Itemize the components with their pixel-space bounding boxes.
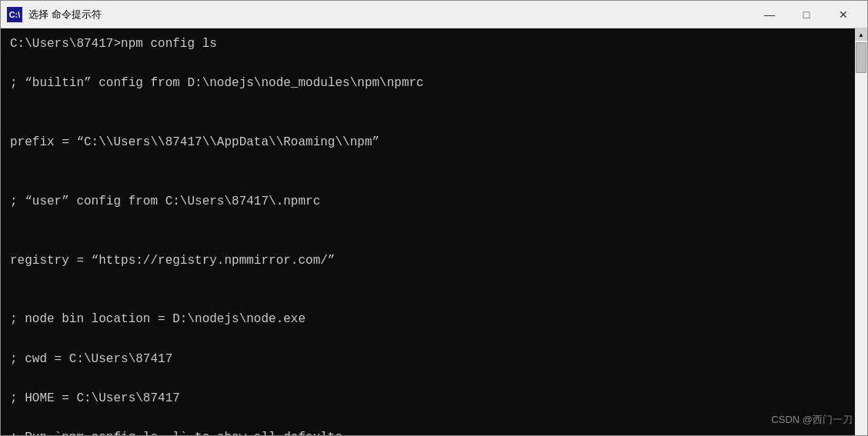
terminal-line-10: ; node bin location = D:\nodejs\node.exe xyxy=(10,310,846,330)
window-controls: — □ ✕ xyxy=(752,4,861,25)
terminal-line-1: C:\Users\87417>npm config ls xyxy=(10,35,846,55)
terminal-line-13: ; Run `npm config ls -l` to show all def… xyxy=(10,428,846,435)
close-button[interactable]: ✕ xyxy=(826,4,861,25)
title-bar: C:\ 选择 命令提示符 — □ ✕ xyxy=(1,1,867,28)
scrollbar-thumb[interactable] xyxy=(856,42,866,73)
terminal-line-12: ; HOME = C:\Users\87417 xyxy=(10,389,846,409)
terminal-line-2: ; “builtin” config from D:\nodejs\node_m… xyxy=(10,74,846,94)
terminal-output[interactable]: C:\Users\87417>npm config ls ; “builtin”… xyxy=(1,28,855,435)
terminal-line-11: ; cwd = C:\Users\87417 xyxy=(10,350,846,370)
terminal-line-6: ; “user” config from C:\Users\87417\.npm… xyxy=(10,192,846,212)
scrollbar[interactable]: ▲ xyxy=(855,28,867,435)
minimize-button[interactable]: — xyxy=(752,4,787,25)
scroll-up-arrow[interactable]: ▲ xyxy=(855,28,867,41)
cmd-window: C:\ 选择 命令提示符 — □ ✕ C:\Users\87417>npm co… xyxy=(0,0,868,436)
terminal-line-4: prefix = “C:\\Users\\87417\\AppData\\Roa… xyxy=(10,133,846,153)
terminal-line-8: registry = “https://registry.npmmirror.c… xyxy=(10,251,846,271)
app-icon: C:\ xyxy=(7,7,22,22)
content-area: C:\Users\87417>npm config ls ; “builtin”… xyxy=(1,28,867,435)
watermark: CSDN @西门一刀 xyxy=(771,413,853,427)
maximize-button[interactable]: □ xyxy=(789,4,824,25)
window-title: 选择 命令提示符 xyxy=(28,8,752,22)
